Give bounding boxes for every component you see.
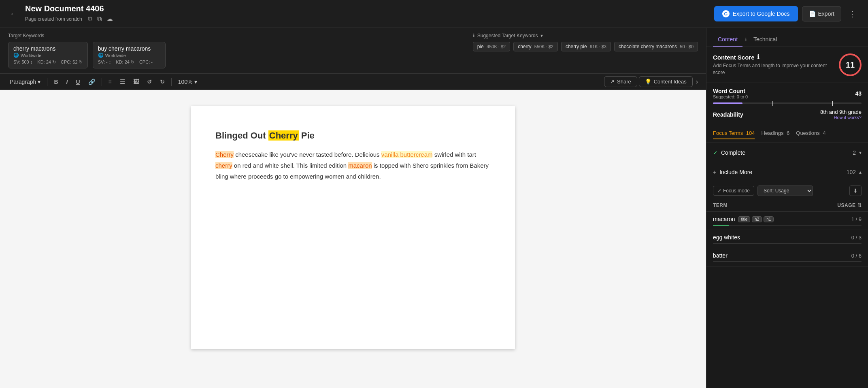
- editor-body[interactable]: Cherry cheesecake like you've never tast…: [215, 149, 491, 182]
- export-google-button[interactable]: G Export to Google Docs: [714, 6, 798, 21]
- score-title: Content Score ℹ: [713, 53, 834, 61]
- document-info: New Document 4406 Page created from scra…: [25, 4, 708, 23]
- more-options-button[interactable]: ⋮: [845, 7, 860, 20]
- keywords-section: Target Keywords cherry macarons 🌐 Worldw…: [8, 33, 466, 68]
- redo-button[interactable]: ↻: [157, 77, 168, 87]
- back-button[interactable]: ←: [8, 8, 19, 20]
- ordered-list-button[interactable]: ≡: [105, 77, 115, 87]
- keyword-name-0: cherry macarons: [13, 45, 83, 52]
- focus-mode-button[interactable]: ⤢ Focus mode: [713, 186, 754, 196]
- tab-headings[interactable]: Headings 6: [761, 130, 789, 139]
- term-row-top-batter: batter 0 / 6: [713, 252, 862, 259]
- term-name-macaron: macaron: [713, 216, 735, 222]
- keyword-stats-1: SV: - ↕ KD: 24 ↻ CPC: -: [98, 60, 160, 65]
- focus-terms-tabs: Focus Terms 104 Headings 6 Questions 4: [706, 125, 868, 143]
- term-bar-bg-egg-whites: [713, 243, 862, 244]
- suggested-header[interactable]: ℹ Suggested Target Keywords ▾: [473, 33, 698, 38]
- term-row-egg-whites: egg whites 0 / 3: [706, 230, 868, 248]
- terms-list: macaron title h2 h1 1 / 9: [706, 212, 868, 388]
- term-usage-header: TERM USAGE ⇅: [706, 199, 868, 212]
- word-count-suggested: Suggested: 0 to 0: [713, 94, 748, 99]
- tab-questions[interactable]: Questions 4: [796, 130, 825, 139]
- tag-cherry[interactable]: cherry 550K · $2: [513, 42, 558, 51]
- editor-content[interactable]: Blinged Out Cherry Pie Cherry cheesecake…: [0, 90, 706, 388]
- tag-cherry-pie[interactable]: cherry pie 91K · $3: [561, 42, 611, 51]
- underline-button[interactable]: U: [72, 77, 83, 87]
- paragraph-style-select[interactable]: Paragraph ▾: [6, 77, 44, 87]
- keywords-bar: Target Keywords cherry macarons 🌐 Worldw…: [0, 28, 706, 74]
- copy-icon-btn[interactable]: ⧉: [96, 14, 102, 23]
- word-count-bar-marker-2: [832, 101, 833, 106]
- undo-button[interactable]: ↺: [144, 77, 155, 87]
- readability-label: Readability: [713, 111, 743, 118]
- include-more-left: + Include More: [713, 169, 752, 175]
- share-button[interactable]: ↗ Share: [604, 76, 637, 87]
- content-ideas-button[interactable]: 💡 Content Ideas: [639, 76, 693, 87]
- include-more-section: + Include More 102 ▴: [706, 162, 868, 182]
- metrics-section: Word Count Suggested: 0 to 0 43 Readabil…: [706, 83, 868, 125]
- term-name-egg-whites: egg whites: [713, 234, 740, 241]
- plus-icon: +: [713, 169, 716, 175]
- macaron-highlight: macaron: [348, 162, 372, 169]
- bold-button[interactable]: B: [51, 77, 61, 87]
- tab-technical[interactable]: Technical: [749, 33, 782, 47]
- editor-area: Target Keywords cherry macarons 🌐 Worldw…: [0, 28, 706, 388]
- document-title: New Document 4406: [25, 4, 708, 13]
- word-count-value: 43: [855, 90, 862, 97]
- zoom-select[interactable]: 100% ▾: [175, 77, 200, 87]
- link-button[interactable]: 🔗: [85, 77, 98, 87]
- italic-button[interactable]: I: [63, 77, 71, 87]
- cherry-highlight-2: cherry: [215, 162, 232, 169]
- globe-icon-1: 🌐: [98, 53, 104, 58]
- content-info-icon[interactable]: ℹ: [745, 37, 747, 43]
- readability-link[interactable]: How it works?: [820, 115, 862, 120]
- share-icon: ↗: [610, 79, 615, 85]
- check-icon: ✓: [713, 149, 718, 156]
- lightbulb-icon: 💡: [645, 79, 651, 85]
- tab-content[interactable]: Content: [713, 33, 742, 47]
- unordered-list-button[interactable]: ☰: [117, 77, 128, 87]
- tab-focus-terms[interactable]: Focus Terms 104: [713, 130, 755, 139]
- cloud-icon-btn[interactable]: ☁: [106, 14, 114, 23]
- cherry-highlight-1: Cherry: [215, 151, 234, 158]
- keywords-label: Target Keywords: [8, 33, 466, 38]
- tag-chocolate-cherry[interactable]: chocolate cherry macarons 50 · $0: [614, 42, 698, 51]
- header-actions: G Export to Google Docs 📄 Export ⋮: [714, 6, 860, 21]
- globe-icon-0: 🌐: [13, 53, 19, 58]
- terms-controls: ⤢ Focus mode Sort: Usage Sort: Alphabeti…: [706, 182, 868, 199]
- suggested-keywords-section: ℹ Suggested Target Keywords ▾ pie 450K ·…: [473, 33, 698, 51]
- download-icon-button[interactable]: ⬇: [849, 185, 862, 196]
- complete-count: 2: [853, 149, 856, 156]
- term-row-top-macaron: macaron title h2 h1 1 / 9: [713, 216, 862, 222]
- keyword-stats-0: SV: 500 ↕ KD: 24 ↻ CPC: $2 ↻: [13, 60, 83, 65]
- word-count-bar-fill: [713, 102, 742, 104]
- term-bar-bg-batter: [713, 261, 862, 262]
- include-more-header[interactable]: + Include More 102 ▴: [713, 166, 862, 179]
- keyword-card-0: cherry macarons 🌐 Worldwide SV: 500 ↕ KD…: [8, 42, 88, 68]
- subtitle-icons: ⧉ ⧉ ☁: [87, 14, 114, 23]
- open-icon-btn[interactable]: ⧉: [87, 14, 93, 23]
- export-button[interactable]: 📄 Export: [802, 6, 841, 21]
- sort-select[interactable]: Sort: Usage Sort: Alphabetical: [757, 185, 813, 196]
- term-bar-fill-macaron: [713, 225, 729, 226]
- toolbar-more-button[interactable]: ›: [694, 77, 700, 87]
- document-subtitle: Page created from scratch ⧉ ⧉ ☁: [25, 14, 708, 23]
- keyword-name-1: buy cherry macarons: [98, 45, 160, 52]
- readability-row: Readability 8th and 9th grade How it wor…: [713, 109, 862, 120]
- score-subtitle: Add Focus Terms and length to improve yo…: [713, 62, 834, 76]
- word-count-bar-marker-1: [772, 101, 773, 106]
- top-header: ← New Document 4406 Page created from sc…: [0, 0, 868, 28]
- main-container: Target Keywords cherry macarons 🌐 Worldw…: [0, 28, 868, 388]
- keyword-location-0: 🌐 Worldwide: [13, 53, 83, 58]
- editor-page[interactable]: Blinged Out Cherry Pie Cherry cheesecake…: [191, 106, 515, 349]
- word-count-bar: [713, 102, 862, 104]
- score-info-icon[interactable]: ℹ: [757, 53, 760, 61]
- editor-title[interactable]: Blinged Out Cherry Pie: [215, 130, 491, 141]
- term-usage-batter: 0 / 6: [851, 253, 862, 259]
- tag-pie[interactable]: pie 450K · $2: [473, 42, 510, 51]
- complete-header[interactable]: ✓ Complete 2 ▾: [713, 146, 862, 159]
- image-button[interactable]: 🖼: [130, 77, 142, 87]
- expand-icon: ⤢: [717, 188, 721, 194]
- info-icon: ℹ: [473, 33, 475, 38]
- right-panel: Content ℹ Technical Content Score ℹ Add …: [706, 28, 868, 388]
